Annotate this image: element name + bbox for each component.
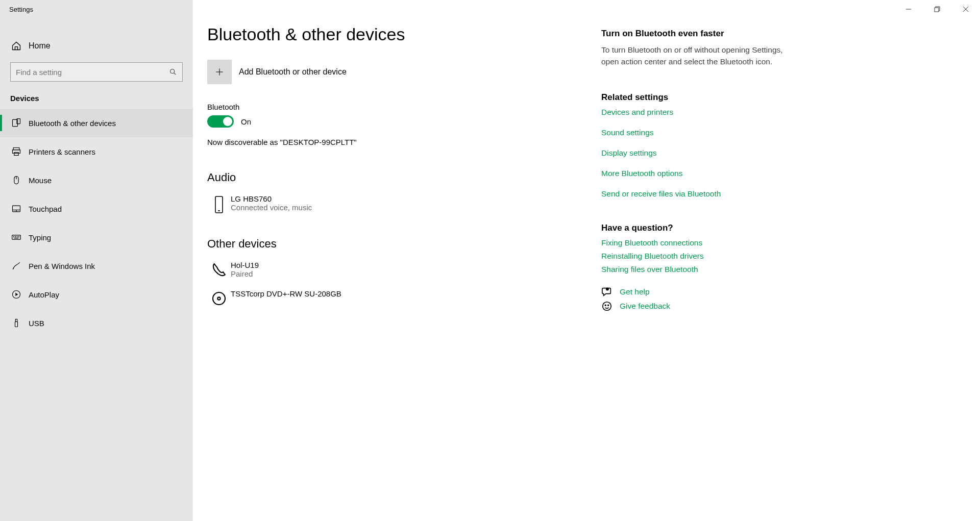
sidebar-item-label: Mouse (29, 176, 52, 185)
main-area: Bluetooth & other devices Add Bluetooth … (193, 0, 980, 521)
bluetooth-icon (11, 118, 29, 128)
window-title: Settings (9, 6, 33, 13)
svg-rect-4 (13, 148, 19, 150)
question-link[interactable]: Reinstalling Bluetooth drivers (601, 252, 795, 261)
titlebar: Settings (0, 0, 193, 18)
related-link[interactable]: More Bluetooth options (601, 169, 795, 178)
printer-icon (11, 146, 29, 157)
chat-icon (601, 286, 620, 297)
svg-point-34 (605, 305, 606, 306)
bluetooth-label: Bluetooth (207, 103, 587, 111)
sidebar-item-usb[interactable]: USB (0, 309, 193, 337)
svg-point-33 (603, 302, 611, 310)
svg-rect-21 (15, 319, 17, 322)
bluetooth-state: On (241, 117, 251, 126)
tip-body: To turn Bluetooth on or off without open… (601, 44, 795, 68)
sidebar-item-touchpad[interactable]: Touchpad (0, 194, 193, 223)
maximize-button[interactable] (923, 0, 951, 18)
sidebar-item-label: USB (29, 319, 44, 328)
discoverable-text: Now discoverable as "DESKTOP-99CPLTT" (207, 138, 587, 146)
svg-rect-6 (14, 153, 18, 156)
pen-icon (11, 261, 29, 271)
minimize-button[interactable] (894, 0, 923, 18)
sidebar-item-typing[interactable]: Typing (0, 223, 193, 252)
sidebar-item-label: Pen & Windows Ink (29, 262, 95, 270)
give-feedback-label: Give feedback (620, 302, 670, 311)
svg-point-14 (15, 237, 16, 237)
aside: Turn on Bluetooth even faster To turn Bl… (601, 0, 816, 521)
search-input[interactable] (16, 68, 169, 77)
give-feedback-link[interactable]: Give feedback (601, 301, 795, 312)
sidebar-nav: Bluetooth & other devices Printers & sca… (0, 109, 193, 337)
phone-device-icon (207, 194, 231, 214)
sidebar-item-label: Printers & scanners (29, 147, 95, 156)
search-icon (169, 68, 177, 76)
home-icon (11, 41, 29, 51)
sidebar-item-label: AutoPlay (29, 290, 59, 299)
get-help-label: Get help (620, 287, 650, 296)
svg-rect-12 (12, 235, 21, 239)
sidebar-item-label: Bluetooth & other devices (29, 119, 116, 128)
svg-point-15 (17, 237, 17, 237)
keyboard-icon (11, 232, 29, 242)
svg-point-31 (217, 297, 220, 300)
sidebar-item-autoplay[interactable]: AutoPlay (0, 280, 193, 309)
search-input-wrap[interactable] (10, 62, 183, 82)
feedback-icon (601, 301, 620, 312)
sidebar-item-mouse[interactable]: Mouse (0, 166, 193, 194)
page-title: Bluetooth & other devices (207, 24, 587, 44)
audio-group-title: Audio (207, 171, 587, 184)
svg-rect-5 (13, 150, 20, 154)
mouse-icon (11, 175, 29, 185)
add-device-button[interactable]: Add Bluetooth or other device (207, 60, 587, 84)
disc-icon (207, 289, 231, 307)
related-title: Related settings (601, 92, 795, 103)
device-name: LG HBS760 (231, 194, 312, 203)
sidebar-item-label: Typing (29, 233, 51, 242)
svg-point-32 (606, 287, 609, 290)
related-link[interactable]: Display settings (601, 148, 795, 158)
touchpad-icon (11, 204, 29, 214)
usb-icon (11, 318, 29, 328)
question-link[interactable]: Fixing Bluetooth connections (601, 238, 795, 247)
add-device-label: Add Bluetooth or other device (239, 67, 347, 77)
related-link[interactable]: Sound settings (601, 128, 795, 137)
plus-icon (207, 60, 232, 84)
question-title: Have a question? (601, 223, 795, 233)
related-link[interactable]: Devices and printers (601, 108, 795, 117)
other-group-title: Other devices (207, 237, 587, 251)
svg-marker-19 (15, 293, 18, 296)
device-status: Connected voice, music (231, 203, 312, 212)
svg-point-13 (14, 237, 14, 237)
content: Bluetooth & other devices Add Bluetooth … (193, 0, 601, 521)
sidebar-item-printers[interactable]: Printers & scanners (0, 137, 193, 166)
device-name: Hol-U19 (231, 261, 259, 269)
home-label: Home (29, 41, 51, 51)
sidebar-item-label: Touchpad (29, 205, 62, 213)
device-name: TSSTcorp DVD+-RW SU-208GB (231, 289, 341, 298)
bluetooth-toggle[interactable] (207, 115, 234, 128)
other-device-row[interactable]: TSSTcorp DVD+-RW SU-208GB (207, 287, 587, 316)
svg-line-1 (174, 73, 176, 75)
svg-point-35 (608, 305, 609, 306)
phone-handset-icon (207, 261, 231, 278)
question-link[interactable]: Sharing files over Bluetooth (601, 265, 795, 274)
sidebar-item-pen[interactable]: Pen & Windows Ink (0, 252, 193, 280)
other-device-row[interactable]: Hol-U19 Paired (207, 259, 587, 287)
home-button[interactable]: Home (0, 34, 193, 58)
window-controls (894, 0, 980, 18)
get-help-link[interactable]: Get help (601, 286, 795, 297)
svg-rect-20 (15, 322, 18, 327)
autoplay-icon (11, 289, 29, 300)
svg-point-30 (213, 292, 225, 305)
audio-device-row[interactable]: LG HBS760 Connected voice, music (207, 192, 587, 223)
tip-title: Turn on Bluetooth even faster (601, 29, 795, 39)
svg-point-16 (19, 237, 19, 237)
close-button[interactable] (951, 0, 980, 18)
device-status: Paired (231, 269, 259, 278)
related-link[interactable]: Send or receive files via Bluetooth (601, 189, 795, 199)
sidebar: Settings Home Devices Bluetooth & oth (0, 0, 193, 521)
svg-point-0 (170, 69, 175, 73)
sidebar-item-bluetooth[interactable]: Bluetooth & other devices (0, 109, 193, 137)
svg-rect-23 (935, 8, 939, 12)
